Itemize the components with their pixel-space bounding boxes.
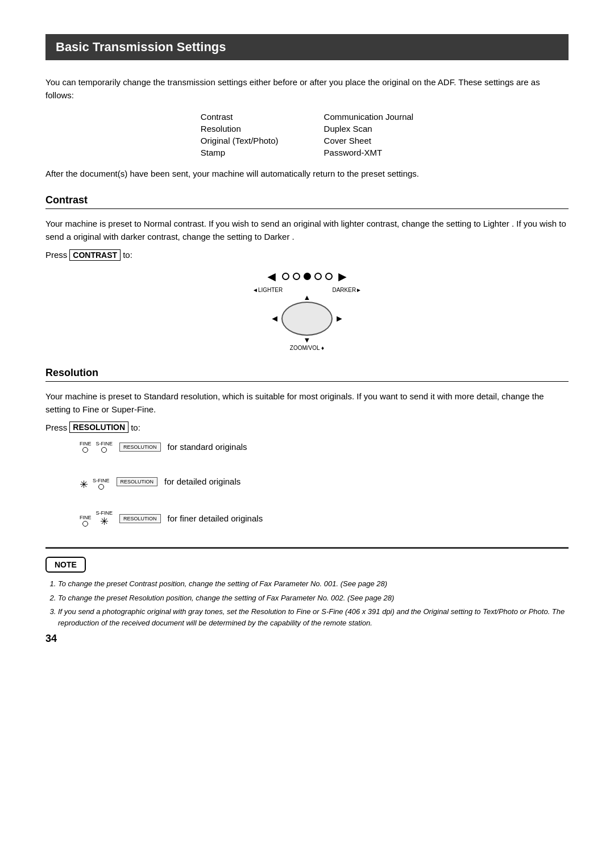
nav-pad-row: ◄ ► bbox=[250, 302, 364, 336]
resolution-heading: Resolution bbox=[45, 367, 569, 382]
contrast-heading: Contrast bbox=[45, 194, 569, 209]
fine-circle-empty bbox=[82, 447, 88, 453]
sfine-group-empty2: S-FINE bbox=[93, 478, 110, 490]
sfine-sun-icon: ✳ bbox=[100, 516, 109, 527]
nav-right-arrow: ► bbox=[335, 314, 344, 324]
resolution-btn-2: RESOLUTION bbox=[117, 477, 158, 486]
nav-lighter-darker-labels: ◄LIGHTER DARKER► bbox=[250, 287, 364, 293]
sfine-group-sun: S-FINE ✳ bbox=[96, 510, 113, 527]
resolution-press-label: Press bbox=[45, 423, 67, 432]
arrow-right-filled: ► bbox=[336, 269, 350, 285]
sfine-circle-empty-2 bbox=[98, 484, 104, 490]
fine-sun-icon: ✳ bbox=[80, 479, 88, 490]
contrast-section: Contrast Your machine is preset to Norma… bbox=[45, 194, 569, 351]
feature-contrast: Contrast bbox=[201, 112, 279, 122]
note-item-1: To change the preset Contrast position, … bbox=[58, 578, 569, 590]
res-row-standard: FINE S-FINE RESOLUTION for standard orig… bbox=[80, 441, 569, 453]
res-indicators-standard: FINE S-FINE bbox=[80, 441, 113, 453]
dot-empty-4 bbox=[325, 273, 333, 280]
res-finer-text: for finer detailed originals bbox=[168, 514, 263, 523]
res-indicators-finer: FINE S-FINE ✳ bbox=[80, 510, 113, 527]
feature-password-xmt: Password-XMT bbox=[324, 148, 414, 157]
fine-group-sun: ✳ bbox=[80, 473, 88, 490]
contrast-key: CONTRAST bbox=[69, 249, 121, 261]
feature-duplex-scan: Duplex Scan bbox=[324, 124, 414, 133]
after-send-text: After the document(s) have been sent, yo… bbox=[45, 169, 569, 178]
resolution-section: Resolution Your machine is preset to Sta… bbox=[45, 367, 569, 527]
contrast-press-line: Press CONTRAST to: bbox=[45, 249, 569, 261]
contrast-dots-row: ◄ ► bbox=[265, 269, 350, 285]
fine-group-empty: FINE bbox=[80, 441, 92, 453]
resolution-btn-3: RESOLUTION bbox=[119, 514, 161, 523]
feature-comm-journal: Communication Journal bbox=[324, 112, 414, 122]
dot-filled-1: ◄ bbox=[265, 269, 279, 285]
res-detailed-text: for detailed originals bbox=[164, 477, 240, 486]
darker-label: DARKER► bbox=[332, 287, 362, 293]
resolution-press-suffix: to: bbox=[131, 423, 140, 432]
feature-resolution: Resolution bbox=[201, 124, 279, 133]
note-box-label: NOTE bbox=[45, 557, 86, 573]
contrast-press-label: Press bbox=[45, 250, 67, 260]
nav-left-arrow: ◄ bbox=[270, 314, 279, 324]
dot-empty-1 bbox=[282, 273, 289, 280]
resolution-key: RESOLUTION bbox=[69, 422, 128, 433]
nav-oval bbox=[281, 302, 333, 336]
contrast-body: Your machine is preset to Normal contras… bbox=[45, 217, 569, 244]
note-item-3: If you send a photographic original with… bbox=[58, 606, 569, 628]
dot-empty-3 bbox=[314, 273, 322, 280]
dot-filled-2 bbox=[304, 273, 311, 280]
nav-pad-wrapper: ◄LIGHTER DARKER► ▲ ◄ ► ▼ ZOOM/VOL ♦ bbox=[250, 287, 364, 351]
feature-col-2: Communication Journal Duplex Scan Cover … bbox=[324, 112, 414, 157]
fine-group-empty2: FINE bbox=[80, 515, 92, 527]
page-container: Basic Transmission Settings You can temp… bbox=[0, 0, 614, 665]
fine-circle-empty-2 bbox=[82, 521, 88, 527]
note-list: To change the preset Contrast position, … bbox=[45, 578, 569, 628]
res-indicators-detailed: ✳ S-FINE bbox=[80, 473, 110, 490]
note-item-2: To change the preset Resolution position… bbox=[58, 592, 569, 604]
lighter-label: ◄LIGHTER bbox=[252, 287, 283, 293]
res-row-finer: FINE S-FINE ✳ RESOLUTION for finer detai… bbox=[80, 510, 569, 527]
contrast-press-suffix: to: bbox=[123, 250, 132, 260]
feature-original: Original (Text/Photo) bbox=[201, 136, 279, 145]
zoom-vol-label: ZOOM/VOL ♦ bbox=[250, 345, 364, 351]
feature-list: Contrast Resolution Original (Text/Photo… bbox=[45, 112, 569, 157]
nav-down-arrow: ▼ bbox=[250, 336, 364, 344]
feature-col-1: Contrast Resolution Original (Text/Photo… bbox=[201, 112, 279, 157]
dot-empty-2 bbox=[293, 273, 300, 280]
page-title: Basic Transmission Settings bbox=[56, 40, 226, 54]
sfine-circle-empty bbox=[101, 447, 107, 453]
resolution-btn-1: RESOLUTION bbox=[119, 443, 161, 452]
page-number: 34 bbox=[45, 633, 57, 645]
page-header: Basic Transmission Settings bbox=[45, 34, 569, 60]
note-section: NOTE To change the preset Contrast posit… bbox=[45, 547, 569, 628]
resolution-body: Your machine is preset to Standard resol… bbox=[45, 390, 569, 416]
feature-cover-sheet: Cover Sheet bbox=[324, 136, 414, 145]
feature-stamp: Stamp bbox=[201, 148, 279, 157]
sfine-group-empty: S-FINE bbox=[96, 441, 113, 453]
res-standard-text: for standard originals bbox=[168, 442, 247, 452]
resolution-press-line: Press RESOLUTION to: bbox=[45, 422, 569, 433]
contrast-diagram: ◄ ► ◄LIGHTER DARKER► ▲ ◄ bbox=[45, 269, 569, 351]
resolution-examples: FINE S-FINE RESOLUTION for standard orig… bbox=[80, 441, 569, 527]
res-row-detailed: ✳ S-FINE RESOLUTION for detailed origina… bbox=[80, 473, 569, 490]
nav-up-arrow: ▲ bbox=[250, 293, 364, 302]
intro-text: You can temporarily change the transmiss… bbox=[45, 76, 569, 102]
